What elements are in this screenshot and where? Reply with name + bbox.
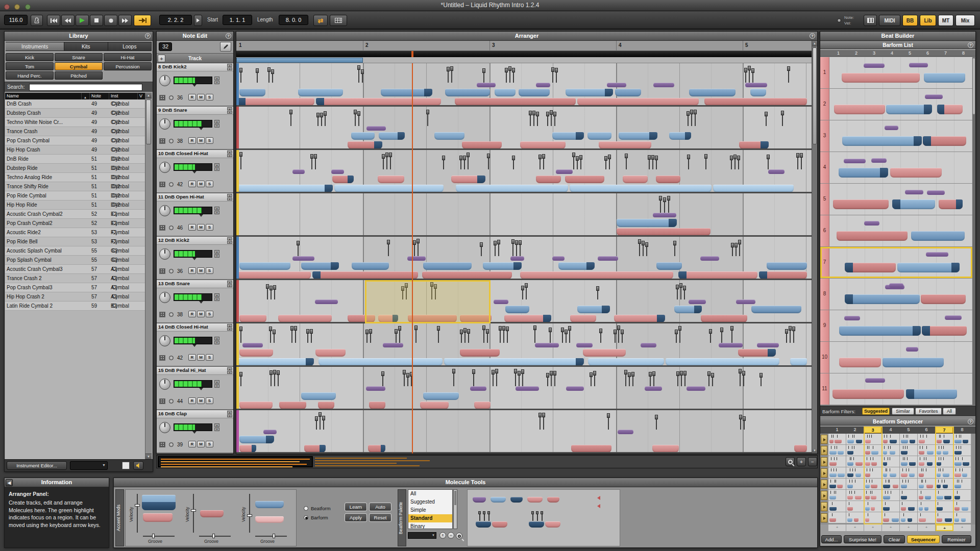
accent-molecule[interactable] (768, 169, 785, 174)
velocity-stem[interactable] (734, 159, 736, 169)
track-led[interactable] (169, 95, 174, 100)
velocity-stem[interactable] (660, 200, 661, 213)
meter-handle[interactable] (192, 84, 197, 87)
velocity-stem-cap[interactable] (518, 371, 521, 375)
note-molecule[interactable] (552, 132, 584, 140)
mini-molecule[interactable] (847, 485, 853, 488)
velocity-stem[interactable] (358, 69, 359, 83)
help-icon[interactable]: ? (968, 42, 973, 48)
barform-molecule[interactable] (937, 105, 962, 114)
velocity-stem[interactable] (786, 333, 787, 343)
velocity-stem[interactable] (522, 373, 523, 386)
note-molecule[interactable] (239, 89, 265, 96)
velocity-stem-cap[interactable] (550, 371, 553, 375)
velocity-stem[interactable] (566, 334, 567, 343)
arranger-lane[interactable] (236, 150, 812, 193)
note-molecule[interactable] (239, 436, 274, 443)
accent-molecule[interactable] (556, 169, 573, 174)
preview-toggle[interactable] (122, 462, 130, 469)
velocity-stem-cap[interactable] (621, 330, 624, 334)
mini-molecule[interactable] (919, 473, 924, 477)
velocity-stem-cap[interactable] (538, 413, 542, 417)
velocity-stem-cap[interactable] (651, 155, 654, 160)
sequencer-cell[interactable] (864, 434, 882, 445)
mini-molecule[interactable] (829, 518, 836, 522)
mini-molecule[interactable] (919, 451, 924, 455)
mini-molecule[interactable] (954, 496, 960, 499)
library-row[interactable]: Techno White Noise Cr...49C#2Cymbal (5, 118, 145, 127)
m-button[interactable]: M (197, 224, 205, 231)
mini-molecule[interactable] (847, 440, 854, 443)
velocity-stem[interactable] (543, 158, 544, 169)
accent-molecule[interactable] (510, 256, 524, 261)
note-molecule[interactable] (656, 176, 681, 183)
m-button[interactable]: M (197, 311, 205, 317)
mini-molecule[interactable] (937, 473, 941, 477)
accent-molecule[interactable] (536, 83, 550, 87)
velocity-stem[interactable] (554, 116, 555, 126)
velocity-stem[interactable] (731, 160, 732, 169)
mini-molecule[interactable] (925, 496, 931, 499)
velocity-stem-cap[interactable] (707, 371, 710, 376)
sequencer-cell[interactable] (846, 501, 864, 512)
mini-molecule[interactable] (962, 473, 967, 477)
sequencer-cell[interactable] (900, 512, 918, 523)
meter-handle[interactable] (199, 388, 203, 390)
r-button[interactable]: R (188, 311, 196, 317)
library-row[interactable]: Pop Splash Cymbal55G2Cymbal (5, 256, 145, 265)
accent-molecule[interactable] (745, 83, 767, 87)
meter-down-button[interactable]: ▼ (214, 81, 219, 84)
r-button[interactable]: R (188, 397, 196, 404)
note-molecule[interactable] (520, 141, 566, 149)
velocity-stem-cap[interactable] (512, 156, 515, 160)
note-molecule[interactable] (558, 262, 595, 270)
library-row[interactable]: DnB Crash49C#2Cymbal (5, 99, 145, 109)
velocity-stem-cap[interactable] (532, 111, 535, 115)
help-icon[interactable]: ? (145, 33, 151, 39)
velocity-stem-cap[interactable] (459, 156, 462, 160)
track-level-meter[interactable] (174, 293, 212, 301)
note-molecule[interactable] (674, 306, 702, 313)
grid-icon[interactable] (159, 398, 165, 404)
velocity-stem-cap[interactable] (642, 241, 645, 245)
sequencer-cell[interactable] (936, 467, 953, 479)
velocity-stem-cap[interactable] (492, 370, 495, 374)
sequencer-cell[interactable] (918, 456, 936, 467)
mini-molecule[interactable] (883, 496, 890, 499)
mini-molecule[interactable] (838, 473, 845, 477)
m-button[interactable]: M (197, 267, 205, 274)
note-molecule[interactable] (599, 141, 651, 149)
note-molecule[interactable] (571, 445, 611, 453)
velocity-stem[interactable] (388, 244, 389, 256)
velocity-stem-cap[interactable] (624, 370, 627, 374)
mini-molecule[interactable] (883, 451, 887, 455)
velocity-stem[interactable] (507, 331, 508, 343)
velocity-stem[interactable] (355, 114, 356, 126)
mini-molecule[interactable] (924, 507, 928, 511)
velocity-stem-cap[interactable] (549, 328, 552, 332)
velocity-stem[interactable] (679, 330, 680, 343)
note-molecule[interactable] (379, 132, 405, 140)
velocity-stem-cap[interactable] (290, 326, 293, 331)
accent-molecule[interactable] (315, 299, 338, 304)
library-row[interactable]: Trance Crash 257A2Cymbal (5, 274, 145, 283)
velocity-stem[interactable] (311, 158, 312, 169)
velocity-stem[interactable] (540, 417, 541, 430)
sequencer-row-play-button[interactable] (821, 435, 827, 444)
mini-molecule[interactable] (865, 507, 870, 511)
sequencer-cell[interactable] (900, 434, 918, 445)
meter-up-button[interactable]: ▲ (214, 120, 219, 123)
fast-forward-button[interactable] (118, 15, 132, 26)
accent-molecule[interactable] (864, 63, 885, 68)
zoom-out-button[interactable]: − (808, 457, 817, 466)
note-molecule[interactable] (381, 89, 432, 96)
sequencer-row-play-button[interactable] (821, 457, 827, 466)
barform-molecule[interactable] (845, 294, 920, 304)
velocity-stem[interactable] (695, 114, 696, 126)
velocity-stem[interactable] (468, 157, 469, 169)
accent-shape[interactable] (143, 513, 173, 522)
note-molecule[interactable] (587, 132, 611, 140)
velocity-stem-cap[interactable] (731, 243, 734, 247)
velocity-stem[interactable] (643, 245, 644, 256)
track-knob[interactable] (159, 162, 170, 173)
